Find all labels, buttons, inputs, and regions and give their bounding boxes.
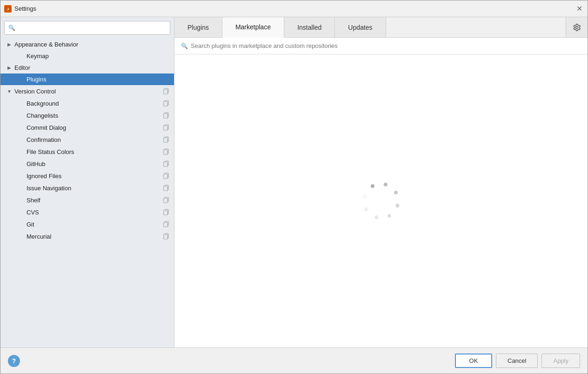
sidebar-item-label: Ignored Files [27, 173, 163, 180]
settings-dialog: J Settings ✕ 🔍 ▶ Appearance & Behavior [0, 0, 588, 374]
svg-rect-11 [164, 138, 167, 142]
cancel-button[interactable]: Cancel [496, 354, 538, 368]
close-button[interactable]: ✕ [575, 4, 584, 13]
expand-icon: ▶ [6, 42, 13, 47]
copy-icon [163, 208, 170, 216]
svg-text:J: J [7, 7, 9, 11]
sidebar-item-label: Version Control [14, 88, 163, 95]
sidebar-item-keymap[interactable]: Keymap [0, 50, 174, 62]
sidebar-item-plugins[interactable]: Plugins [0, 73, 174, 85]
tab-marketplace-label: Marketplace [235, 23, 271, 31]
sidebar-item-label: Issue Navigation [27, 185, 163, 192]
sidebar-item-label: Changelists [27, 112, 163, 119]
svg-rect-9 [164, 126, 167, 130]
sidebar-item-label: Appearance & Behavior [14, 41, 170, 48]
sidebar-item-label: File Status Colors [27, 148, 163, 155]
sidebar-search-input[interactable] [17, 25, 166, 32]
svg-rect-3 [164, 89, 167, 94]
sidebar-item-confirmation[interactable]: Confirmation [0, 134, 174, 146]
tabs-bar: Plugins Marketplace Installed Updates [174, 17, 588, 38]
search-panel-icon: 🔍 [181, 43, 188, 49]
sidebar-item-label: Git [27, 221, 163, 228]
copy-icon [163, 124, 170, 131]
svg-rect-17 [164, 174, 167, 179]
svg-rect-27 [164, 234, 167, 239]
svg-rect-7 [164, 114, 167, 118]
tab-marketplace[interactable]: Marketplace [222, 17, 284, 38]
sidebar-item-cvs[interactable]: CVS [0, 206, 174, 218]
tab-updates-label: Updates [348, 24, 372, 31]
loading-spinner [371, 191, 391, 211]
main-panel: Plugins Marketplace Installed Updates [174, 17, 588, 347]
sidebar: 🔍 ▶ Appearance & Behavior Keymap ▶ [0, 17, 174, 347]
copy-icon [163, 148, 170, 155]
search-icon: 🔍 [8, 25, 15, 31]
plugin-content-area [174, 54, 588, 347]
sidebar-item-label: Shelf [27, 197, 163, 204]
plugin-search-panel[interactable]: 🔍 [174, 38, 588, 54]
apply-button: Apply [541, 354, 580, 368]
sidebar-item-issue-navigation[interactable]: Issue Navigation [0, 182, 174, 194]
title-bar: J Settings ✕ [0, 0, 588, 17]
tab-updates[interactable]: Updates [335, 17, 386, 37]
expand-icon: ▶ [6, 65, 13, 70]
sidebar-item-editor[interactable]: ▶ Editor [0, 62, 174, 73]
copy-icon [163, 184, 170, 192]
sidebar-search-box[interactable]: 🔍 [4, 21, 170, 35]
copy-icon [163, 87, 170, 95]
nav-tree: ▶ Appearance & Behavior Keymap ▶ Editor … [0, 39, 174, 347]
sidebar-item-file-status-colors[interactable]: File Status Colors [0, 146, 174, 158]
copy-icon [163, 233, 170, 240]
ok-button[interactable]: OK [455, 354, 492, 368]
action-buttons: OK Cancel Apply [455, 354, 580, 368]
sidebar-item-label: Keymap [27, 53, 170, 60]
copy-icon [163, 172, 170, 180]
sidebar-item-label: Commit Dialog [27, 124, 163, 131]
sidebar-item-background[interactable]: Background [0, 97, 174, 109]
sidebar-item-git[interactable]: Git [0, 218, 174, 230]
sidebar-item-changelists[interactable]: Changelists [0, 109, 174, 121]
tab-plugins[interactable]: Plugins [174, 17, 222, 37]
sidebar-item-label: Editor [14, 64, 170, 71]
sidebar-item-version-control[interactable]: ▼ Version Control [0, 85, 174, 97]
copy-icon [163, 100, 170, 107]
svg-rect-23 [164, 210, 167, 215]
window-title: Settings [14, 5, 575, 12]
svg-rect-5 [164, 101, 167, 106]
copy-icon [163, 220, 170, 228]
sidebar-item-label: Mercurial [27, 233, 163, 240]
sidebar-item-label: CVS [27, 209, 163, 216]
settings-gear-button[interactable] [566, 17, 588, 37]
gear-icon [573, 23, 581, 32]
svg-rect-13 [164, 150, 167, 154]
tab-installed-label: Installed [297, 24, 321, 31]
content-area: 🔍 ▶ Appearance & Behavior Keymap ▶ [0, 17, 588, 347]
svg-rect-25 [164, 222, 167, 227]
sidebar-item-github[interactable]: GitHub [0, 158, 174, 170]
expand-icon: ▼ [6, 89, 13, 94]
copy-icon [163, 136, 170, 143]
sidebar-item-appearance[interactable]: ▶ Appearance & Behavior [0, 39, 174, 50]
copy-icon [163, 112, 170, 119]
tab-plugins-label: Plugins [187, 24, 209, 31]
sidebar-item-label: Plugins [27, 76, 170, 83]
bottom-bar: ? OK Cancel Apply [0, 347, 588, 374]
sidebar-item-label: Confirmation [27, 136, 163, 143]
help-button[interactable]: ? [8, 355, 20, 367]
svg-rect-19 [164, 186, 167, 191]
copy-icon [163, 160, 170, 167]
copy-icon [163, 196, 170, 204]
app-icon: J [4, 5, 12, 13]
sidebar-item-label: Background [27, 100, 163, 107]
plugin-search-input[interactable] [191, 42, 581, 49]
sidebar-item-ignored-files[interactable]: Ignored Files [0, 170, 174, 182]
svg-rect-15 [164, 162, 167, 167]
svg-rect-21 [164, 198, 167, 203]
sidebar-item-shelf[interactable]: Shelf [0, 194, 174, 206]
tab-installed[interactable]: Installed [284, 17, 335, 37]
sidebar-item-mercurial[interactable]: Mercurial [0, 230, 174, 242]
sidebar-item-label: GitHub [27, 160, 163, 167]
sidebar-item-commit-dialog[interactable]: Commit Dialog [0, 121, 174, 134]
